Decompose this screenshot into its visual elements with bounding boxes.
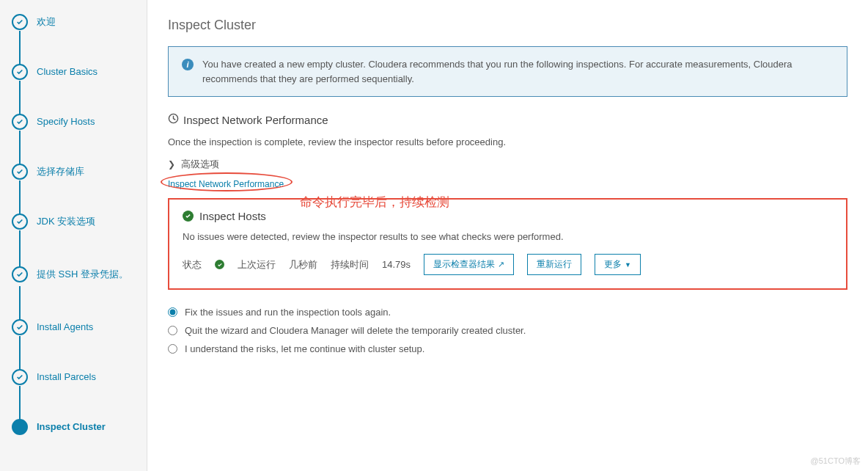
check-icon [12,369,28,385]
annotation-text: 命令执行完毕后，持续检测 [300,194,449,211]
duration-value: 14.79s [382,259,411,270]
advanced-options-toggle[interactable]: ❯ 高级选项 [168,158,847,171]
check-icon [12,213,28,230]
main-content: Inspect Cluster i You have created a new… [147,0,868,471]
status-label: 状态 [183,258,202,271]
status-success-icon [215,260,224,269]
step-specify-hosts[interactable]: Specify Hosts [0,107,147,136]
step-label: Cluster Basics [37,66,98,78]
btn-label: 显示检查器结果 [433,258,495,271]
network-title-text: Inspect Network Performance [183,114,328,126]
more-button[interactable]: 更多 ▼ [595,254,641,275]
btn-label: 重新运行 [537,258,572,271]
radio-input[interactable] [168,307,177,317]
radio-label: I understand the risks, let me continue … [185,343,424,354]
step-label: JDK 安装选项 [37,216,95,228]
check-icon [12,114,28,130]
last-run-label: 上次运行 [238,258,276,271]
chevron-right-icon: ❯ [168,159,175,169]
duration-label: 持续时间 [331,258,369,271]
step-install-agents[interactable]: Install Agents [0,313,147,342]
network-desc: Once the inspection is complete, review … [168,136,847,147]
step-label: 欢迎 [37,16,56,29]
hosts-desc: No issues were detected, review the insp… [183,231,833,242]
inspect-hosts-box: Inspect Hosts No issues were detected, r… [168,198,847,290]
radio-understand-risks[interactable]: I understand the risks, let me continue … [168,340,847,358]
step-welcome[interactable]: 欢迎 [0,7,147,37]
advanced-label: 高级选项 [181,158,219,171]
step-install-parcels[interactable]: Install Parcels [0,362,147,392]
step-label: Inspect Cluster [37,421,106,434]
step-ssh[interactable]: 提供 SSH 登录凭据。 [0,257,147,292]
status-row: 状态 上次运行 几秒前 持续时间 14.79s 显示检查器结果 ↗ 重新运行 更… [183,254,833,275]
wizard-sidebar: 欢迎 Cluster Basics Specify Hosts 选择存储库 JD… [0,0,147,471]
radio-label: Quit the wizard and Cloudera Manager wil… [185,325,526,336]
step-jdk[interactable]: JDK 安装选项 [0,207,147,236]
inspect-network-link[interactable]: Inspect Network Performance [168,179,284,189]
hosts-section-title: Inspect Hosts [183,210,833,222]
check-icon [12,266,28,282]
clock-icon [168,113,179,126]
proceed-options: Fix the issues and run the inspection to… [168,303,847,358]
info-icon: i [182,59,194,70]
check-icon [12,319,28,335]
radio-quit-wizard[interactable]: Quit the wizard and Cloudera Manager wil… [168,321,847,340]
page-title: Inspect Cluster [168,18,847,33]
external-link-icon: ↗ [498,260,504,269]
radio-input[interactable] [168,344,177,354]
show-results-button[interactable]: 显示检查器结果 ↗ [424,254,514,275]
step-cluster-basics[interactable]: Cluster Basics [0,57,147,87]
info-box: i You have created a new empty cluster. … [168,46,847,97]
step-label: Specify Hosts [37,116,95,128]
current-step-icon [12,419,28,435]
step-inspect-cluster[interactable]: Inspect Cluster [0,412,147,442]
caret-down-icon: ▼ [625,261,631,269]
check-icon [12,64,28,80]
radio-label: Fix the issues and run the inspection to… [185,307,391,318]
rerun-button[interactable]: 重新运行 [527,254,581,275]
hosts-title-text: Inspect Hosts [199,210,266,222]
step-select-repo[interactable]: 选择存储库 [0,157,147,186]
radio-fix-issues[interactable]: Fix the issues and run the inspection to… [168,303,847,321]
step-label: Install Parcels [37,371,96,384]
check-icon [12,164,28,180]
last-run-value: 几秒前 [289,258,317,271]
network-section-title: Inspect Network Performance [168,113,847,126]
step-label: 提供 SSH 登录凭据。 [37,269,128,281]
success-icon [183,211,194,222]
radio-input[interactable] [168,326,177,335]
btn-label: 更多 [604,258,622,271]
step-label: 选择存储库 [37,166,84,178]
step-label: Install Agents [37,321,93,334]
watermark: @51CTO博客 [811,456,861,467]
check-icon [12,14,28,30]
info-text: You have created a new empty cluster. Cl… [202,57,834,86]
